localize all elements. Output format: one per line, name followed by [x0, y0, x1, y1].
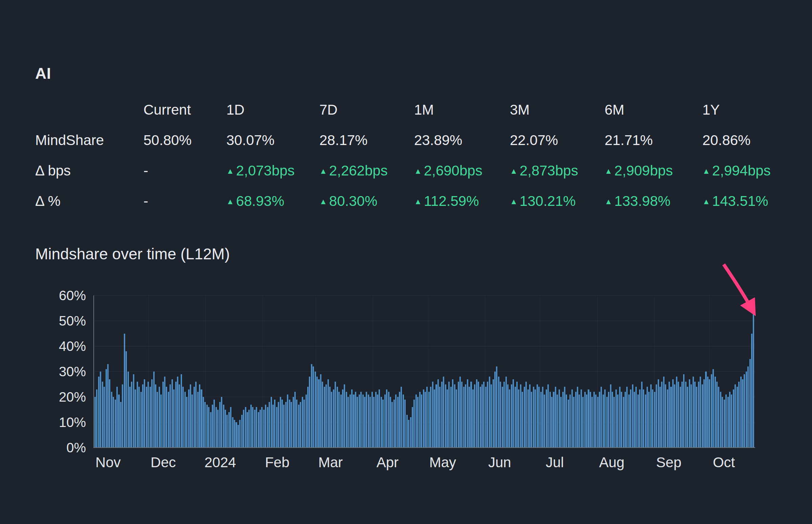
bar[interactable]: [259, 410, 261, 448]
bar[interactable]: [236, 422, 237, 447]
bar[interactable]: [305, 394, 307, 448]
bar[interactable]: [261, 407, 262, 447]
bar[interactable]: [113, 397, 114, 447]
bar[interactable]: [502, 387, 503, 447]
bar[interactable]: [377, 394, 378, 448]
bar[interactable]: [324, 387, 325, 447]
bar[interactable]: [703, 379, 705, 448]
bar[interactable]: [700, 377, 701, 447]
bar[interactable]: [476, 379, 477, 448]
bar[interactable]: [173, 390, 175, 448]
bar[interactable]: [94, 397, 96, 447]
bar[interactable]: [513, 379, 514, 448]
bar[interactable]: [120, 402, 122, 447]
bar[interactable]: [344, 384, 345, 448]
bar[interactable]: [680, 387, 681, 447]
bar[interactable]: [637, 394, 639, 448]
bar[interactable]: [648, 392, 650, 447]
bar[interactable]: [404, 399, 406, 448]
bar[interactable]: [135, 390, 136, 448]
bar[interactable]: [718, 387, 719, 447]
bar[interactable]: [430, 387, 431, 447]
bar[interactable]: [340, 394, 342, 448]
bar[interactable]: [617, 394, 619, 448]
bar[interactable]: [230, 407, 232, 447]
bar[interactable]: [300, 402, 301, 447]
bar[interactable]: [628, 394, 630, 448]
bar[interactable]: [379, 390, 380, 448]
bar[interactable]: [663, 377, 665, 447]
bar[interactable]: [217, 410, 219, 448]
bar[interactable]: [670, 387, 672, 447]
bar[interactable]: [302, 397, 303, 447]
bar[interactable]: [569, 394, 571, 448]
bar[interactable]: [401, 387, 402, 447]
bar[interactable]: [250, 405, 252, 448]
bar[interactable]: [298, 405, 299, 448]
bar[interactable]: [188, 390, 189, 448]
bar[interactable]: [241, 415, 243, 448]
bar[interactable]: [537, 384, 538, 448]
bar[interactable]: [731, 394, 732, 448]
bar[interactable]: [348, 397, 349, 447]
bar[interactable]: [329, 387, 331, 447]
bar[interactable]: [608, 392, 609, 447]
bar[interactable]: [435, 384, 437, 448]
bar[interactable]: [478, 382, 479, 447]
bar[interactable]: [742, 379, 743, 448]
bar[interactable]: [678, 382, 679, 447]
bar[interactable]: [350, 394, 351, 448]
bar[interactable]: [506, 377, 507, 447]
bar[interactable]: [669, 382, 670, 447]
bar[interactable]: [588, 390, 589, 448]
bar[interactable]: [410, 417, 411, 447]
bar[interactable]: [285, 402, 287, 447]
bar[interactable]: [454, 384, 456, 448]
bar[interactable]: [546, 390, 547, 448]
bar[interactable]: [593, 392, 595, 447]
bar[interactable]: [223, 405, 224, 448]
bar[interactable]: [597, 397, 599, 447]
bar[interactable]: [683, 374, 684, 448]
bar[interactable]: [533, 387, 534, 447]
bar[interactable]: [610, 384, 611, 448]
bar[interactable]: [738, 382, 739, 447]
bar[interactable]: [278, 402, 279, 447]
bar[interactable]: [386, 390, 387, 448]
bar[interactable]: [511, 384, 512, 448]
bar[interactable]: [313, 366, 314, 447]
bar[interactable]: [645, 394, 646, 448]
bar[interactable]: [468, 387, 470, 447]
bar[interactable]: [208, 407, 209, 447]
bar[interactable]: [388, 392, 389, 447]
bar[interactable]: [309, 377, 310, 447]
bar[interactable]: [658, 379, 659, 448]
bar[interactable]: [575, 392, 576, 447]
bar[interactable]: [351, 390, 352, 448]
bar[interactable]: [406, 415, 408, 448]
bar[interactable]: [172, 379, 173, 448]
bar[interactable]: [118, 394, 120, 448]
bar[interactable]: [193, 387, 195, 447]
bar[interactable]: [355, 392, 356, 447]
bar[interactable]: [729, 392, 731, 447]
bar[interactable]: [643, 390, 644, 448]
bar[interactable]: [216, 407, 217, 447]
bar[interactable]: [562, 392, 564, 447]
bar[interactable]: [219, 402, 221, 447]
bar[interactable]: [155, 384, 156, 448]
bar[interactable]: [465, 384, 466, 448]
bar[interactable]: [547, 384, 549, 448]
bar[interactable]: [439, 387, 441, 447]
bar[interactable]: [126, 351, 127, 447]
bar[interactable]: [540, 392, 542, 447]
bar[interactable]: [413, 399, 415, 448]
bar[interactable]: [507, 384, 509, 448]
bar[interactable]: [369, 397, 371, 447]
bar[interactable]: [258, 412, 259, 447]
bar[interactable]: [175, 382, 177, 447]
bar[interactable]: [331, 392, 332, 447]
bar[interactable]: [291, 402, 292, 447]
bar[interactable]: [509, 390, 510, 448]
bar[interactable]: [342, 390, 344, 448]
